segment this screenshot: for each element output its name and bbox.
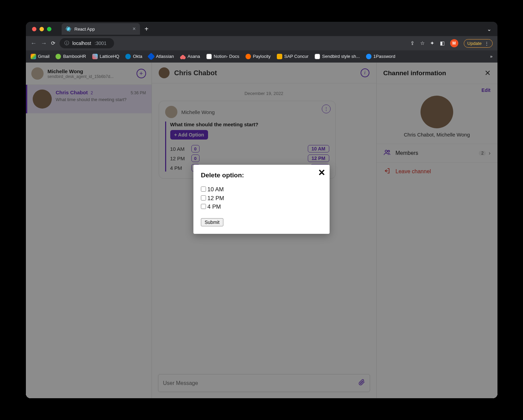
submit-button[interactable]: Submit	[201, 218, 223, 226]
titlebar: React App × + ⌄	[26, 22, 497, 36]
bookmark-item[interactable]: 1Password	[366, 54, 395, 59]
new-tab-button[interactable]: +	[145, 25, 149, 33]
bookmark-item[interactable]: Sendbird style sh...	[315, 54, 360, 59]
site-info-icon[interactable]: ⓘ	[64, 40, 69, 46]
modal-close-button[interactable]: ✕	[318, 167, 326, 178]
maximize-window-button[interactable]	[47, 27, 51, 31]
url-port: :3001	[95, 41, 107, 46]
bookmark-item[interactable]: Paylocity	[245, 54, 271, 59]
extensions-icon[interactable]: ✦	[430, 40, 434, 46]
tab-title: React App	[75, 27, 95, 32]
option-checkbox[interactable]	[201, 187, 206, 192]
update-label: Update	[467, 41, 482, 46]
bookmark-item[interactable]: Okta	[125, 54, 142, 59]
update-button[interactable]: Update ⋮	[464, 39, 493, 48]
browser-window: React App × + ⌄ ← → ⟳ ⓘ localhost:3001 ⇪…	[26, 22, 497, 398]
bookmark-item[interactable]: BambooHR	[56, 54, 86, 59]
bookmarks-overflow-button[interactable]: »	[490, 54, 492, 59]
menu-icon[interactable]: ⋮	[485, 41, 489, 46]
close-tab-button[interactable]: ×	[132, 26, 136, 32]
forward-button[interactable]: →	[41, 40, 47, 47]
reload-button[interactable]: ⟳	[51, 40, 56, 46]
share-icon[interactable]: ⇪	[410, 40, 415, 46]
option-checkbox[interactable]	[201, 204, 206, 209]
modal-overlay[interactable]: ✕ Delete option: 10 AM 12 PM 4 PM Submit	[26, 63, 497, 398]
bookmark-item[interactable]: Notion- Docs	[206, 54, 239, 59]
browser-toolbar: ← → ⟳ ⓘ localhost:3001 ⇪ ☆ ✦ ◧ M Update …	[26, 36, 497, 50]
tab-dropdown-button[interactable]: ⌄	[487, 26, 491, 32]
window-controls	[32, 27, 51, 31]
minimize-window-button[interactable]	[39, 27, 44, 31]
delete-option-modal: ✕ Delete option: 10 AM 12 PM 4 PM Submit	[193, 165, 330, 234]
url-bar[interactable]: ⓘ localhost:3001	[60, 38, 114, 48]
bookmark-item[interactable]: LatticeHQ	[92, 54, 120, 59]
bookmark-item[interactable]: Atlassian	[148, 54, 174, 59]
react-icon	[66, 26, 71, 32]
toolbar-right: ⇪ ☆ ✦ ◧ M Update ⋮	[410, 39, 493, 48]
modal-title: Delete option:	[201, 172, 322, 179]
modal-option[interactable]: 12 PM	[201, 194, 322, 203]
option-checkbox[interactable]	[201, 195, 206, 200]
bookmark-item[interactable]: Asana	[180, 54, 200, 59]
bookmarks-bar: Gmail BambooHR LatticeHQ Okta Atlassian …	[26, 50, 497, 63]
modal-option[interactable]: 10 AM	[201, 185, 322, 194]
profile-avatar[interactable]: M	[450, 39, 458, 47]
sidepanel-icon[interactable]: ◧	[440, 40, 445, 46]
browser-tab[interactable]: React App ×	[62, 23, 140, 35]
bookmark-icon[interactable]: ☆	[420, 40, 425, 46]
bookmark-item[interactable]: Gmail	[31, 54, 50, 59]
app-root: Michelle Wong sendbird_desk_agent_id_15b…	[26, 63, 497, 398]
back-button[interactable]: ←	[31, 40, 37, 47]
bookmark-item[interactable]: SAP Concur	[277, 54, 308, 59]
modal-option[interactable]: 4 PM	[201, 203, 322, 211]
url-host: localhost	[73, 41, 91, 46]
close-window-button[interactable]	[32, 27, 36, 31]
